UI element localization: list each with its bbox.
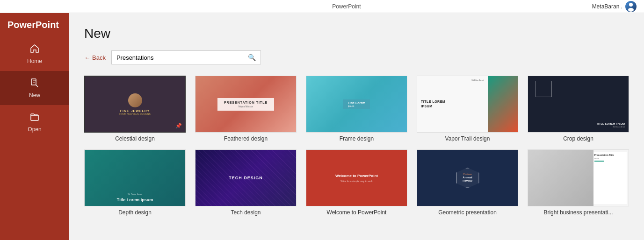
sidebar-item-home-label: Home [27,58,42,64]
search-bar: ← Back 🔍 [84,50,629,64]
crop-sub: Sit Dolor Amet [596,126,625,128]
template-thumb-vapor: TITLE LOREMIPSUM Sit Dolor Amet [417,76,518,133]
template-label-vapor: Vapor Trail design [445,135,490,142]
template-label-bright: Bright business presentati... [543,209,613,216]
back-link[interactable]: ← Back [84,54,106,61]
depth-sub: Sit Dolor Amet [128,193,143,196]
svg-point-1 [628,8,634,12]
feathered-title-box: PRESENTATION TITLE Mujua Nilsson [217,98,274,111]
template-label-feathered: Feathered design [224,135,268,142]
template-thumb-feathered: PRESENTATION TITLE Mujua Nilsson [195,76,297,133]
template-thumb-celestial: FINE JEWELRY FROM NOA VIGAL DESIGNS 📌 [84,76,186,133]
svg-point-0 [629,3,633,7]
template-label-frame: Frame design [340,135,374,142]
bright-author: TREY [594,157,625,160]
template-label-crop: Crop design [563,135,593,142]
search-button[interactable]: 🔍 [243,51,260,64]
template-thumb-welcome: Welcome to PowerPoint 5 tips for a simpl… [306,149,407,206]
user-name: MetaBaran . [592,3,622,10]
sidebar-item-open-label: Open [28,126,41,133]
page-title: New [84,26,629,41]
sidebar: PowerPoint Home New [0,13,69,240]
geo-hexagon: Contoso AnnualReview [456,168,479,188]
template-label-celestial: Celestial design [115,135,155,142]
template-label-geometric: Geometric presentation [438,209,497,216]
feathered-sub-text: Mujua Nilsson [224,105,268,108]
vapor-accent [488,76,518,132]
pin-icon: 📌 [175,123,182,129]
main-layout: PowerPoint Home New [0,13,644,240]
welcome-sub: 5 tips for a simpler way to work [340,180,373,183]
tech-title: TECH DESIGN [229,176,263,180]
template-label-depth: Depth design [118,209,152,216]
template-thumb-bright: Presentation Title TREY [528,149,629,206]
template-welcome[interactable]: Welcome to PowerPoint 5 tips for a simpl… [306,149,407,216]
back-label: Back [92,54,106,61]
sidebar-brand: PowerPoint [0,13,69,37]
sidebar-item-new[interactable]: New [0,71,69,105]
back-arrow-icon: ← [84,54,90,61]
sidebar-item-home[interactable]: Home [0,37,69,71]
feathered-title-text: PRESENTATION TITLE [224,101,268,104]
vapor-sub: Sit Dolor Amet [471,79,484,81]
template-bright[interactable]: Presentation Title TREY Bright business … [528,149,629,216]
depth-title: Title Lorem Ipsum [117,198,153,202]
bright-text-area: Presentation Title TREY [593,152,627,204]
bright-line [594,161,604,162]
open-icon [29,112,40,124]
template-geometric[interactable]: Contoso AnnualReview Geometric presentat… [417,149,518,216]
frame-title-box: Title Lorem Ipsum [343,99,370,109]
template-label-tech: Tech design [231,209,260,216]
celestial-brand: FINE JEWELRY [120,109,150,113]
celestial-portrait [128,93,142,107]
template-thumb-tech: TECH DESIGN [195,149,297,206]
template-frame[interactable]: Title Lorem Ipsum Frame design [306,76,407,142]
template-label-welcome: Welcome to PowerPoint [327,209,387,216]
template-crop[interactable]: TITLE LOREM IPSUM Sit Dolor Amet Crop de… [528,76,629,142]
template-celestial[interactable]: FINE JEWELRY FROM NOA VIGAL DESIGNS 📌 Ce… [84,76,186,142]
template-thumb-geometric: Contoso AnnualReview [417,149,518,206]
user-info: MetaBaran . [592,1,637,12]
top-bar: PowerPoint MetaBaran . [0,0,644,13]
home-icon [29,43,40,56]
template-thumb-frame: Title Lorem Ipsum [306,76,407,133]
geo-text: Contoso AnnualReview [461,171,474,185]
bright-title-text: Presentation Title [594,154,625,156]
bright-image [528,150,593,206]
search-input[interactable] [112,51,243,64]
content-area: New ← Back 🔍 FINE JEWELRY FROM NOA VIGAL… [69,13,644,240]
crop-title: TITLE LOREM IPSUM [596,122,625,126]
search-input-wrapper: 🔍 [111,50,261,64]
vapor-title-text: TITLE LOREMIPSUM [421,99,445,109]
welcome-title: Welcome to PowerPoint [335,174,378,178]
template-feathered[interactable]: PRESENTATION TITLE Mujua Nilsson Feather… [195,76,297,142]
template-thumb-crop: TITLE LOREM IPSUM Sit Dolor Amet [528,76,629,133]
template-vapor[interactable]: TITLE LOREMIPSUM Sit Dolor Amet Vapor Tr… [417,76,518,142]
crop-title-box: TITLE LOREM IPSUM Sit Dolor Amet [596,122,625,128]
new-icon [29,78,40,90]
celestial-sub: FROM NOA VIGAL DESIGNS [119,113,151,115]
sidebar-item-new-label: New [29,92,40,99]
template-thumb-depth: Sit Dolor Amet Title Lorem Ipsum [84,149,186,206]
sidebar-item-open[interactable]: Open [0,105,69,139]
app-name: PowerPoint [332,3,361,10]
template-tech[interactable]: TECH DESIGN Tech design [195,149,297,216]
frame-title-text: Title Lorem [348,101,366,105]
templates-grid: FINE JEWELRY FROM NOA VIGAL DESIGNS 📌 Ce… [84,76,629,216]
template-depth[interactable]: Sit Dolor Amet Title Lorem Ipsum Depth d… [84,149,186,216]
frame-sub-text: Ipsum [348,105,366,107]
crop-diagram [535,81,552,97]
avatar [625,1,637,12]
